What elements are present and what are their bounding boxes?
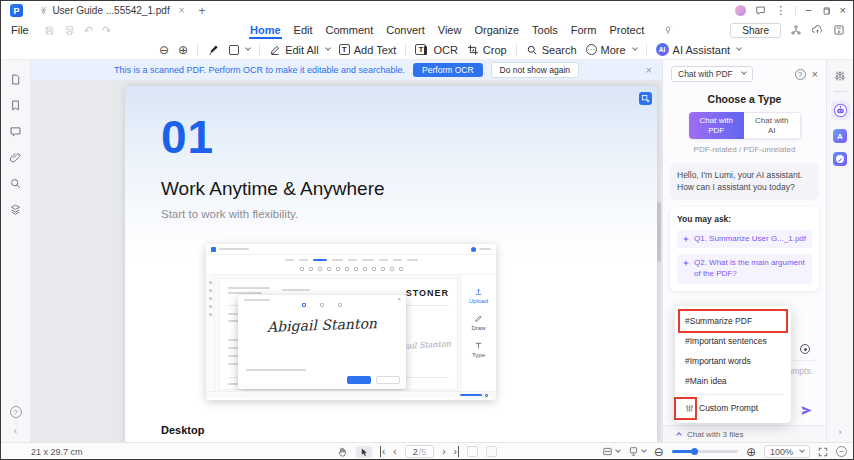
share-nodes-icon[interactable] <box>790 24 802 36</box>
you-may-ask-label: You may ask: <box>677 214 812 224</box>
thumbnails-panel-icon[interactable] <box>9 73 22 86</box>
todo-note-icon[interactable]: ✓ <box>833 152 847 166</box>
kebab-menu-icon[interactable]: ⋮ <box>775 5 786 16</box>
prompt-important-sentences[interactable]: #Important sentences <box>675 331 791 351</box>
feedback-icon[interactable] <box>755 5 766 16</box>
search-button[interactable]: Search <box>526 44 577 56</box>
crop-button[interactable]: Crop <box>467 44 507 56</box>
zoom-out-tool-icon[interactable]: ⊖ <box>159 44 169 56</box>
ribbon-tabs: Home Edit Comment Convert View Organize … <box>249 20 674 40</box>
panel-close-icon[interactable]: × <box>812 68 818 80</box>
zoom-level-dropdown[interactable]: 100% <box>764 445 810 458</box>
prompt-important-words[interactable]: #Important words <box>675 351 791 371</box>
tab-form[interactable]: Form <box>570 21 598 39</box>
file-menu[interactable]: File <box>11 24 29 36</box>
help-icon[interactable]: ? <box>10 406 22 418</box>
tab-view[interactable]: View <box>437 21 463 39</box>
tab-convert[interactable]: Convert <box>385 21 426 39</box>
new-topic-icon[interactable] <box>800 344 810 354</box>
cloud-upload-icon[interactable] <box>811 24 824 36</box>
zoom-out-icon[interactable]: ⊖ <box>654 446 664 458</box>
divider <box>259 44 260 56</box>
download-panel-icon[interactable] <box>833 24 845 36</box>
perform-ocr-button[interactable]: Perform OCR <box>413 63 482 77</box>
tab-edit[interactable]: Edit <box>293 21 314 39</box>
do-not-show-again-button[interactable]: Do not show again <box>491 62 579 78</box>
ocr-button[interactable]: T OCR <box>415 44 457 56</box>
suggestions-card: You may ask: Q1. Summarize User G..._1.p… <box>670 207 819 291</box>
zoom-in-icon[interactable]: ⊕ <box>746 446 756 458</box>
redo-icon-disabled: ↷ <box>102 24 111 37</box>
tools-bar: ⊖ ⊕ Edit All T Add Text T OCR Crop <box>1 40 853 60</box>
tab-tools[interactable]: Tools <box>531 21 559 39</box>
page-scroll-mode-icon[interactable] <box>628 446 646 457</box>
chat-files-bar[interactable]: Chat with 3 files <box>663 425 826 442</box>
stamps-panel-icon[interactable] <box>9 203 22 216</box>
collapse-panel-icon[interactable]: › <box>839 427 842 437</box>
comments-panel-icon[interactable] <box>9 125 22 138</box>
shape-tool[interactable] <box>229 45 250 55</box>
snapshot-tool-icon[interactable] <box>639 92 652 105</box>
tab-close-icon[interactable]: × <box>179 5 185 16</box>
new-tab-button[interactable]: + <box>199 4 206 18</box>
rail-upload: Upload <box>469 287 488 304</box>
restore-button[interactable] <box>821 6 831 16</box>
collapse-statusbar-icon[interactable]: − <box>836 446 847 457</box>
tab-list-icon[interactable]: ≫ <box>39 6 48 14</box>
translate-icon[interactable]: A <box>833 129 847 143</box>
page-number-input[interactable]: 2 /5 <box>405 445 435 458</box>
mini-cancel-button <box>376 376 400 384</box>
input-placeholder-fragment[interactable]: ompts. <box>787 366 813 376</box>
panel-help-icon[interactable]: ? <box>795 69 806 80</box>
attachments-panel-icon[interactable] <box>9 151 22 164</box>
chat-with-ai-option[interactable]: Chat withAI <box>744 112 801 139</box>
prompt-main-idea[interactable]: #Main idea <box>675 371 791 391</box>
ai-robot-icon[interactable] <box>831 101 850 120</box>
hand-tool-icon[interactable] <box>337 446 348 457</box>
pdf-page[interactable]: 01 Work Anytime & Anywhere Start to work… <box>125 86 657 442</box>
ocr-notification-bar: This is a scanned PDF. Perform OCR to ma… <box>31 60 662 80</box>
zoom-in-tool-icon[interactable]: ⊕ <box>178 44 188 56</box>
previous-page-icon[interactable]: ‹ <box>393 446 396 457</box>
document-scrollbar[interactable] <box>657 202 661 262</box>
tab-organize[interactable]: Organize <box>473 21 520 39</box>
mini-tools-bar <box>206 264 496 275</box>
suggestion-q1[interactable]: Q1. Summarize User G..._1.pdf <box>677 230 812 249</box>
share-button[interactable]: Share <box>730 23 781 38</box>
user-avatar[interactable] <box>735 5 746 16</box>
idea-lamp-icon[interactable] <box>662 24 674 36</box>
mini-avatar <box>471 247 476 252</box>
tab-protect[interactable]: Protect <box>608 21 645 39</box>
ai-assistant-button[interactable]: AI AI Assistant <box>656 43 741 56</box>
send-icon[interactable] <box>800 404 813 417</box>
fit-page-icon[interactable] <box>602 446 620 457</box>
close-button[interactable]: × <box>840 5 846 16</box>
tab-comment[interactable]: Comment <box>325 21 375 39</box>
more-button[interactable]: … More <box>586 44 637 56</box>
highlighter-icon[interactable] <box>207 43 220 56</box>
chat-mode-dropdown[interactable]: Chat with PDF <box>671 66 753 82</box>
bookmarks-panel-icon[interactable] <box>9 99 22 112</box>
suggestion-q2[interactable]: Q2. What is the main argument of the PDF… <box>677 254 812 284</box>
panel-settings-icon[interactable] <box>834 70 846 82</box>
document-tab[interactable]: ≫ User Guide ...55542_1.pdf × <box>39 5 185 16</box>
edit-all-button[interactable]: Edit All <box>269 44 330 56</box>
collapse-left-rail-icon[interactable]: ‹ <box>14 426 17 436</box>
crop-icon <box>467 44 479 56</box>
zoom-slider[interactable] <box>672 450 738 453</box>
select-tool-icon[interactable] <box>356 446 372 458</box>
notification-close-icon[interactable]: × <box>646 64 652 76</box>
add-text-button[interactable]: T Add Text <box>339 44 397 56</box>
minimize-button[interactable]: − <box>805 5 811 16</box>
tab-home[interactable]: Home <box>249 21 282 39</box>
chat-with-pdf-option[interactable]: Chat withPDF <box>689 112 745 139</box>
next-page-icon[interactable]: › <box>442 446 445 457</box>
notification-message: This is a scanned PDF. Perform OCR to ma… <box>114 65 405 75</box>
print-icon-disabled <box>64 25 75 36</box>
fullscreen-icon[interactable] <box>818 447 828 457</box>
first-page-icon[interactable]: ‹ <box>380 446 385 457</box>
search-panel-icon[interactable] <box>9 177 22 190</box>
zoom-slider-handle[interactable] <box>691 448 698 455</box>
prompt-summarize-pdf[interactable]: #Summarize PDF <box>675 311 791 331</box>
last-page-icon[interactable]: › <box>454 446 459 457</box>
